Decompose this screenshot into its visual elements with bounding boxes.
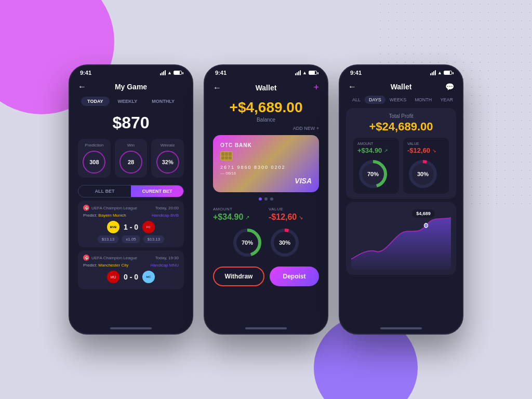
signal-bar-2-3 <box>298 71 299 75</box>
phone1-header: ← My Game <box>70 78 192 94</box>
wstat-amount-label: AMOUNT <box>213 207 263 211</box>
odds-row-1: $13.13 x1.05 $13.13 <box>83 235 179 243</box>
card-brand: VISA <box>295 177 312 185</box>
predict-label-1: Predict: Bayern Munich <box>83 213 126 218</box>
signal-bar-3-3 <box>433 71 434 75</box>
league-name-1: UEFA Champion League <box>91 206 137 210</box>
stat-winrate: Winrate 32% <box>151 139 184 178</box>
chat-bubble-button[interactable]: 💬 <box>445 83 454 91</box>
league-info-1: ⚽ UEFA Champion League <box>83 205 137 211</box>
status-icons-2: ▲ <box>295 70 317 75</box>
back-button-3[interactable]: ← <box>348 82 356 91</box>
wallet-title-2: Wallet <box>256 84 277 92</box>
wallet-balance-label: Balance <box>205 117 327 123</box>
match-league-1: ⚽ UEFA Champion League Today, 20:00 <box>83 205 179 211</box>
chip-cell-1 <box>221 152 224 156</box>
wstat-value-value: -$12,60 <box>269 212 297 222</box>
home-indicator-1 <box>70 323 192 334</box>
status-icons-3: ▲ <box>430 70 452 75</box>
balance-amount-1: $870 <box>112 113 149 132</box>
gauge-text-70-3: 70% <box>367 171 379 177</box>
predict-label-2: Predict: Manchester City <box>83 263 128 268</box>
pstat-amount-row: +$34.90 ↗ <box>357 145 395 155</box>
tab-current-bet[interactable]: CURENT BET <box>131 185 183 197</box>
add-new-row: ADD NEW + <box>205 124 327 133</box>
chip-cell-6 <box>229 156 232 160</box>
score-row-1: BVB 1 - 0 FC <box>83 221 179 233</box>
gauge-text-30-3: 30% <box>417 171 429 177</box>
time-tabs-3: ALL DAYS WEEKS MONTH YEAR <box>340 94 462 106</box>
chart-section: $4,689 <box>346 202 456 275</box>
balance-display-1: $870 <box>70 109 192 135</box>
chart-area-fill <box>351 218 451 270</box>
status-time-3: 9:41 <box>350 70 362 76</box>
credit-card[interactable]: OTC BANK 2671 9860 8300 0202 — 06/16 VIS… <box>213 135 319 192</box>
chip-cell-3 <box>229 152 232 156</box>
wifi-icon-3: ▲ <box>437 70 442 75</box>
deposit-button[interactable]: Depoist <box>270 267 319 286</box>
signal-bar-2-1 <box>295 73 296 75</box>
home-indicator-2 <box>205 323 327 334</box>
predict-handicap-2: Handicap MNU <box>151 263 179 268</box>
tab-today[interactable]: TODAY <box>81 97 110 106</box>
time-tab-weeks[interactable]: WEEKS <box>385 96 411 104</box>
stat-win: Win 28 <box>115 139 148 178</box>
match-time-1: Today, 20:00 <box>155 206 179 210</box>
add-new-text[interactable]: ADD NEW + <box>293 126 319 131</box>
status-bar-3: 9:41 ▲ <box>340 65 462 78</box>
pstat-value-value: -$12,60 <box>407 147 430 154</box>
stats-row-1: Prediction 308 Win 28 Winrate 32% <box>70 135 192 182</box>
withdraw-button[interactable]: Withdraw <box>213 267 264 286</box>
card-number: 2671 9860 8300 0202 <box>220 165 312 170</box>
card-bank-name: OTC BANK <box>220 142 312 148</box>
team-logo-bayern: FC <box>142 221 155 233</box>
league-icon-2: ⚽ <box>83 255 89 261</box>
status-time-1: 9:41 <box>80 70 91 76</box>
chart-header: ← Wallet 💬 <box>340 78 462 94</box>
pstat-value-label: VALUE <box>407 142 445 145</box>
time-tab-all[interactable]: ALL <box>348 96 365 104</box>
wallet-header-2: ← Wallet + <box>205 78 327 95</box>
phones-container: 9:41 ▲ ← My Game TODAY WEEKLY MONT <box>69 64 463 335</box>
phone-wallet-chart: 9:41 ▲ ← Wallet 💬 ALL DAYS <box>339 64 463 335</box>
pstat-value: VALUE -$12,60 ↘ 30% <box>403 138 449 194</box>
league-info-2: ⚽ UEFA Champion League <box>83 255 137 261</box>
area-chart <box>351 207 451 270</box>
tab-bar-1: TODAY WEEKLY MONTHLY <box>70 94 192 109</box>
gauge-row-2: 70% 30% <box>205 225 327 262</box>
time-tab-month[interactable]: MONTH <box>410 96 436 104</box>
gauge-30-2: 30% <box>269 227 300 258</box>
odds-1: $13.13 <box>98 235 118 243</box>
gauge-30-3: 30% <box>407 158 438 190</box>
tab-weekly[interactable]: WEEKLY <box>112 97 144 106</box>
phone-wallet: 9:41 ▲ ← Wallet + +$4,689.00 Balan <box>204 64 328 335</box>
gauge-70-3: 70% <box>357 158 389 190</box>
phone1-title: My Game <box>115 83 147 91</box>
chip-cell-5 <box>225 156 228 160</box>
total-profit-label: Total Profit <box>353 113 449 119</box>
battery-icon-2 <box>309 71 317 75</box>
tab-monthly[interactable]: MONTHLY <box>145 97 181 106</box>
trend-up-icon-2: ↗ <box>245 215 249 220</box>
time-tab-year[interactable]: YEAR <box>436 96 457 104</box>
tab-all-bet[interactable]: ALL BET <box>78 185 131 197</box>
status-time-2: 9:41 <box>215 70 227 76</box>
back-button-2[interactable]: ← <box>213 83 221 92</box>
wstat-amount-value: +$34.90 <box>213 212 243 222</box>
total-profit-amount: +$24,689.00 <box>353 120 449 134</box>
time-tab-days[interactable]: DAYS <box>365 96 385 104</box>
battery-icon-1 <box>174 71 182 75</box>
signal-bar-2 <box>162 72 163 75</box>
wstat-amount: AMOUNT +$34.90 ↗ <box>213 207 263 222</box>
add-button-2[interactable]: + <box>313 82 319 93</box>
stat-win-label: Win <box>119 143 143 148</box>
trend-down-icon-2: ↘ <box>299 215 303 220</box>
back-button-1[interactable]: ← <box>78 82 86 91</box>
chart-price-label: $4,689 <box>412 209 435 218</box>
home-bar-3 <box>380 327 422 329</box>
stat-winrate-label: Winrate <box>155 143 180 148</box>
battery-icon-3 <box>444 71 452 75</box>
card-chip <box>220 151 233 161</box>
wstat-value: VALUE -$12,60 ↘ <box>269 207 319 222</box>
signal-bar-3 <box>163 71 164 75</box>
